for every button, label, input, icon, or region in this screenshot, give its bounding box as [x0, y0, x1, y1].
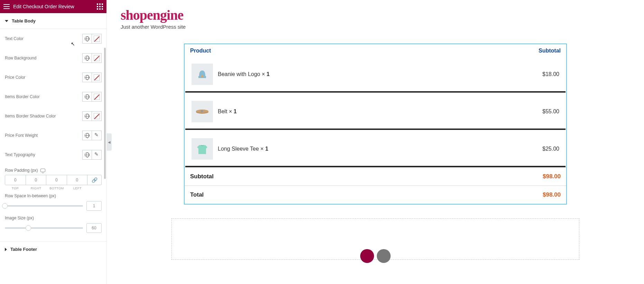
padding-right-input[interactable]: [26, 175, 46, 185]
padding-bottom-input[interactable]: [46, 175, 67, 185]
caret-right-icon: [5, 248, 7, 251]
label-text-typography: Text Typography: [5, 152, 35, 157]
product-price: $25.00: [542, 146, 559, 152]
product-thumb: [192, 64, 213, 85]
global-color-button[interactable]: [82, 53, 92, 63]
label-border-shadow-color: Items Border Shadow Color: [5, 114, 56, 119]
image-size-slider[interactable]: [5, 227, 83, 229]
site-title: shopengine: [121, 7, 630, 23]
row-space-value[interactable]: [86, 201, 102, 211]
apps-icon[interactable]: [97, 3, 103, 10]
responsive-icon[interactable]: [40, 169, 45, 172]
empty-swatch-icon: [94, 94, 100, 100]
label-text-color: Text Color: [5, 36, 24, 41]
panel-header: Edit Checkout Order Review: [0, 0, 106, 13]
drop-zone[interactable]: [171, 218, 579, 260]
label-row-padding: Row Padding (px): [5, 168, 38, 173]
global-font-button[interactable]: [82, 131, 92, 140]
sublabel-left: LEFT: [67, 187, 88, 190]
sublabel-bottom: BOTTOM: [46, 187, 67, 190]
padding-inputs: 🔗: [5, 175, 102, 185]
globe-icon: [85, 114, 90, 119]
site-tagline: Just another WordPress site: [121, 24, 630, 30]
menu-icon[interactable]: [3, 4, 10, 9]
table-row: Beanie with Logo × 1 $18.00: [185, 57, 566, 93]
section-label: Table Body: [12, 18, 36, 23]
empty-swatch-icon: [94, 113, 100, 119]
svg-rect-3: [201, 110, 203, 112]
globe-icon: [85, 133, 90, 138]
edit-button[interactable]: [92, 131, 102, 140]
product-qty: × 1: [227, 108, 237, 115]
link-icon: 🔗: [92, 177, 97, 183]
svg-point-0: [201, 75, 203, 77]
table-row: Long Sleeve Tee × 1 $25.00: [185, 132, 566, 167]
row-space-slider[interactable]: [5, 205, 83, 207]
editor-sidebar: Edit Checkout Order Review Table Body Te…: [0, 0, 107, 284]
panel-body: Table Body Text Color Row Background: [0, 13, 106, 284]
pencil-icon: [94, 152, 99, 157]
total-value: $98.00: [543, 191, 561, 198]
caret-down-icon: [5, 20, 8, 22]
product-name: Belt: [218, 108, 227, 115]
section-label: Table Footer: [10, 247, 37, 252]
add-template-button[interactable]: [377, 249, 391, 263]
globe-icon: [85, 75, 90, 80]
global-color-button[interactable]: [82, 34, 92, 44]
label-price-color: Price Color: [5, 75, 25, 80]
product-price: $55.00: [542, 108, 559, 115]
color-picker-button[interactable]: [92, 73, 102, 82]
subtotal-label: Subtotal: [190, 173, 214, 180]
padding-top-input[interactable]: [5, 175, 26, 185]
table-row: Belt × 1 $55.00: [185, 95, 566, 130]
col-subtotal: Subtotal: [539, 48, 561, 54]
padding-left-input[interactable]: [67, 175, 87, 185]
color-picker-button[interactable]: [92, 111, 102, 121]
panel-title: Edit Checkout Order Review: [13, 4, 74, 9]
order-review-table[interactable]: Product Subtotal Beanie with Logo × 1 $1…: [184, 44, 567, 205]
globe-icon: [85, 152, 90, 157]
globe-icon: [85, 36, 90, 41]
product-name: Long Sleeve Tee: [218, 146, 259, 152]
global-color-button[interactable]: [82, 92, 92, 102]
global-font-button[interactable]: [82, 150, 92, 160]
product-name: Beanie with Logo: [218, 71, 260, 77]
pencil-icon: [94, 133, 99, 138]
label-items-border-color: Items Border Color: [5, 94, 40, 99]
sublabel-right: RIGHT: [26, 187, 46, 190]
image-size-value[interactable]: [86, 223, 102, 233]
section-table-footer[interactable]: Table Footer: [0, 241, 106, 257]
product-qty: × 1: [260, 71, 270, 77]
add-widget-button[interactable]: [360, 249, 374, 263]
empty-swatch-icon: [94, 55, 100, 61]
label-row-space: Row Space In-between (px): [5, 193, 102, 198]
total-label: Total: [190, 191, 204, 198]
edit-button[interactable]: [92, 150, 102, 160]
global-color-button[interactable]: [82, 111, 92, 121]
product-qty: × 1: [259, 146, 268, 152]
globe-icon: [85, 94, 90, 99]
link-values-button[interactable]: 🔗: [87, 175, 101, 185]
global-color-button[interactable]: [82, 73, 92, 82]
color-picker-button[interactable]: [92, 34, 102, 44]
color-picker-button[interactable]: [92, 53, 102, 63]
color-picker-button[interactable]: [92, 92, 102, 102]
product-thumb: [192, 138, 213, 160]
product-thumb: [192, 101, 213, 122]
globe-icon: [85, 56, 90, 60]
section-table-body[interactable]: Table Body: [0, 13, 106, 29]
label-image-size: Image Size (px): [5, 216, 102, 220]
empty-swatch-icon: [94, 36, 100, 42]
label-row-bg: Row Background: [5, 56, 36, 60]
slider-thumb[interactable]: [2, 203, 8, 209]
empty-swatch-icon: [94, 74, 100, 81]
label-price-font-weight: Price Font Weight: [5, 133, 38, 138]
slider-thumb[interactable]: [26, 225, 31, 231]
sublabel-top: TOP: [5, 187, 26, 190]
preview-canvas: shopengine Just another WordPress site P…: [107, 0, 644, 284]
col-product: Product: [190, 48, 211, 54]
subtotal-value: $98.00: [543, 173, 561, 180]
product-price: $18.00: [542, 71, 559, 77]
